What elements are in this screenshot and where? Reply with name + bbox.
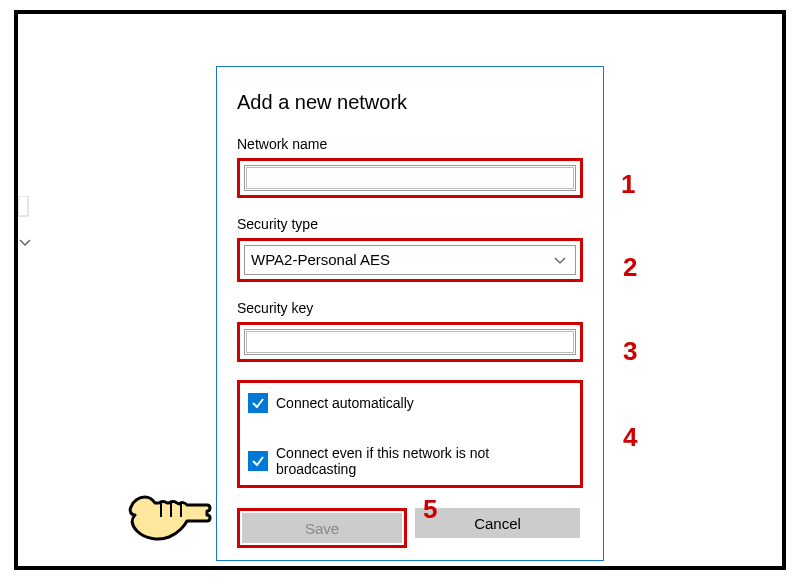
dialog-title: Add a new network — [237, 91, 583, 114]
tutorial-frame: Add a new network Network name Security … — [14, 10, 786, 570]
annotation-2: 2 — [623, 252, 637, 283]
cancel-button[interactable]: Cancel — [415, 508, 580, 538]
highlight-box-3 — [237, 322, 583, 362]
highlight-box-5: Save — [237, 508, 407, 548]
annotation-5: 5 — [423, 494, 437, 525]
connect-auto-checkbox[interactable] — [248, 393, 268, 413]
connect-hidden-checkbox[interactable] — [248, 451, 268, 471]
security-type-label: Security type — [237, 216, 583, 232]
highlight-box-1 — [237, 158, 583, 198]
network-name-label: Network name — [237, 136, 583, 152]
save-button[interactable]: Save — [242, 513, 402, 543]
connect-hidden-label: Connect even if this network is not broa… — [276, 445, 572, 477]
security-type-select[interactable]: WPA2-Personal AES — [244, 245, 576, 275]
dialog-buttons: Save Cancel — [237, 508, 583, 548]
network-name-input[interactable] — [244, 165, 576, 191]
add-network-dialog: Add a new network Network name Security … — [216, 66, 604, 561]
security-type-selected: WPA2-Personal AES — [251, 251, 390, 268]
annotation-3: 3 — [623, 336, 637, 367]
security-key-input[interactable] — [244, 329, 576, 355]
checkmark-icon — [251, 396, 265, 410]
connect-hidden-row[interactable]: Connect even if this network is not broa… — [248, 445, 572, 477]
highlight-box-2: WPA2-Personal AES — [237, 238, 583, 282]
background-panel-edge — [18, 196, 34, 256]
pointing-hand-icon — [125, 487, 215, 550]
security-type-field: Security type WPA2-Personal AES — [237, 216, 583, 282]
security-key-label: Security key — [237, 300, 583, 316]
annotation-1: 1 — [621, 169, 635, 200]
security-key-field: Security key — [237, 300, 583, 362]
checkmark-icon — [251, 454, 265, 468]
svg-rect-0 — [18, 196, 28, 216]
annotation-4: 4 — [623, 422, 637, 453]
connect-auto-label: Connect automatically — [276, 395, 414, 411]
connect-auto-row[interactable]: Connect automatically — [248, 393, 572, 413]
highlight-box-4: Connect automatically Connect even if th… — [237, 380, 583, 488]
network-name-field: Network name — [237, 136, 583, 198]
